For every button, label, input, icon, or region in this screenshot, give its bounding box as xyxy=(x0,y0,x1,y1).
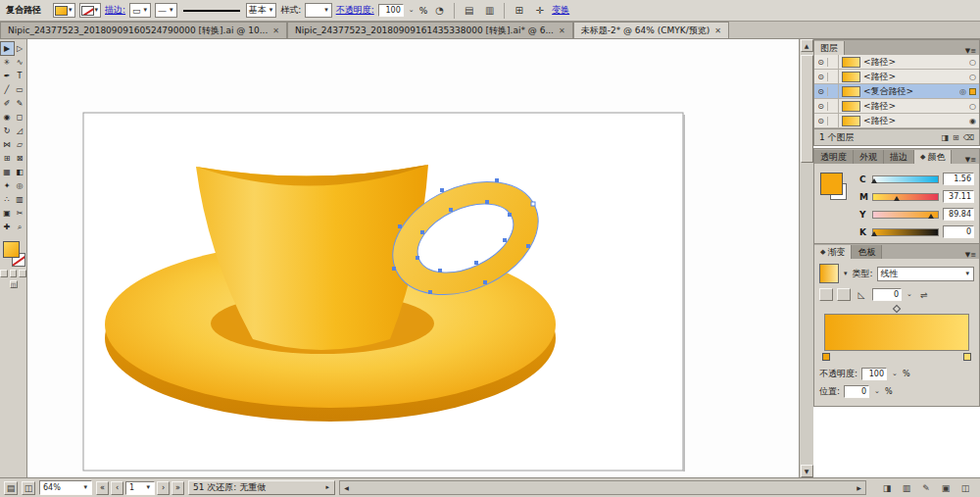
scroll-right-icon[interactable]: ▶ xyxy=(853,481,865,494)
color-mode-button[interactable] xyxy=(0,270,8,277)
horizontal-scroll-thumb[interactable] xyxy=(355,481,443,494)
screen-mode-b-icon[interactable]: ◫ xyxy=(22,481,35,495)
panel-menu-icon[interactable]: ▼≡ xyxy=(962,47,979,55)
artboard-number-select[interactable]: 1▾ xyxy=(125,481,155,495)
blob-brush-tool[interactable]: ◉ xyxy=(1,111,14,124)
zoom-select[interactable]: 64%▾ xyxy=(39,480,92,495)
make-mask-icon[interactable]: ◨ xyxy=(941,133,949,142)
magenta-value-input[interactable]: 37.11 xyxy=(943,190,974,203)
dock-panel-3-icon[interactable]: ✎ xyxy=(919,481,933,495)
recolor-artwork-icon[interactable]: ◔ xyxy=(431,3,448,19)
gradient-position-input[interactable]: 0 xyxy=(844,385,869,398)
document-tab-2[interactable]: Nipic_24377523_20180909161435338000 [转换]… xyxy=(287,22,573,38)
first-artboard-icon[interactable]: « xyxy=(96,481,109,495)
gradient-stop-right[interactable] xyxy=(963,353,971,361)
last-artboard-icon[interactable]: » xyxy=(172,481,184,495)
fill-gradient-icon[interactable] xyxy=(819,288,833,301)
reverse-gradient-icon[interactable]: ⇌ xyxy=(917,288,931,301)
angle-input[interactable]: 0 xyxy=(872,288,902,301)
opacity-link[interactable]: 不透明度: xyxy=(336,4,374,17)
fill-swatch-icon[interactable] xyxy=(820,173,843,195)
close-icon[interactable]: ✕ xyxy=(559,26,565,35)
tab-color[interactable]: ◆颜色 xyxy=(914,150,952,164)
selection-tool[interactable]: ▶ xyxy=(1,42,14,55)
delete-layer-icon[interactable]: ⌫ xyxy=(963,133,974,142)
target-icon[interactable]: ○ xyxy=(966,73,979,81)
chevron-down-icon[interactable]: ▾ xyxy=(68,7,74,14)
scale-tool[interactable]: ◿ xyxy=(14,124,26,137)
free-transform-tool[interactable]: ▱ xyxy=(14,138,26,151)
gradient-midpoint-marker[interactable] xyxy=(893,305,901,313)
layer-row[interactable]: ⊙ <路径> ○ xyxy=(814,55,979,70)
none-mode-button[interactable] xyxy=(19,270,26,277)
grid-icon[interactable]: ⊞ xyxy=(511,3,527,19)
gradient-bar[interactable] xyxy=(824,314,969,351)
distribute-icon[interactable]: ▥ xyxy=(481,3,498,19)
brush-select[interactable]: 基本▾ xyxy=(246,3,277,18)
layer-name[interactable]: <路径> xyxy=(863,100,966,113)
direct-selection-tool[interactable]: ▷ xyxy=(14,42,26,55)
gradient-type-select[interactable]: 线性▾ xyxy=(877,267,974,281)
next-artboard-icon[interactable]: › xyxy=(157,481,170,495)
pencil-tool[interactable]: ✎ xyxy=(14,97,26,110)
cyan-value-input[interactable]: 1.56 xyxy=(943,173,974,185)
chevron-down-icon[interactable]: ⌄ xyxy=(873,388,881,395)
gradient-thumbnail[interactable] xyxy=(819,264,839,283)
screen-mode-a-icon[interactable]: ▤ xyxy=(4,481,18,495)
gradient-tool[interactable]: ◧ xyxy=(14,166,26,178)
eyedropper-tool[interactable]: ✦ xyxy=(1,179,14,192)
scroll-down-icon[interactable]: ▼ xyxy=(801,465,813,477)
fill-swatch-icon[interactable] xyxy=(3,241,20,258)
tab-layers[interactable]: 图层 xyxy=(814,41,845,55)
lock-cell[interactable] xyxy=(828,84,839,98)
hand-tool[interactable]: ✚ xyxy=(1,221,14,233)
screen-mode-icon[interactable]: ◫ xyxy=(10,280,18,288)
layer-name[interactable]: <路径> xyxy=(863,56,966,69)
eye-icon[interactable]: ⊙ xyxy=(814,117,828,125)
transform-link[interactable]: 变换 xyxy=(552,4,569,17)
chevron-down-icon[interactable]: ▾ xyxy=(94,7,100,14)
pen-tool[interactable]: ✒ xyxy=(1,70,14,82)
black-slider[interactable] xyxy=(872,228,939,236)
layer-row[interactable]: ⊙ <路径> ○ xyxy=(814,99,979,114)
blend-tool[interactable]: ◎ xyxy=(14,179,26,192)
layer-row[interactable]: ⊙ <路径> ◉ xyxy=(814,114,979,128)
document-tab-3-active[interactable]: 未标题-2* @ 64% (CMYK/预览) ✕ xyxy=(573,22,729,38)
gradient-stop-left[interactable] xyxy=(822,353,830,361)
cyan-slider[interactable] xyxy=(872,175,939,183)
stroke-color-swatch[interactable]: ▾ xyxy=(79,3,102,18)
layer-name[interactable]: <路径> xyxy=(863,71,966,83)
eraser-tool[interactable]: ◻ xyxy=(14,111,26,124)
eye-icon[interactable]: ⊙ xyxy=(814,73,828,81)
previous-artboard-icon[interactable]: ‹ xyxy=(111,481,123,495)
perspective-grid-tool[interactable]: ⊠ xyxy=(14,152,26,165)
reference-point-icon[interactable]: ✛ xyxy=(531,3,548,19)
lock-cell[interactable] xyxy=(828,114,839,127)
target-selected-icon[interactable]: ◎ xyxy=(956,87,969,96)
tab-stroke[interactable]: 描边 xyxy=(884,150,914,164)
column-graph-tool[interactable]: ▥ xyxy=(14,193,26,206)
panel-menu-icon[interactable]: ▼≡ xyxy=(962,251,979,259)
zoom-tool[interactable]: ⌕ xyxy=(14,221,26,233)
slice-tool[interactable]: ✂ xyxy=(14,207,26,220)
rotate-tool[interactable]: ↻ xyxy=(1,124,14,137)
gradient-opacity-input[interactable]: 100 xyxy=(861,368,887,380)
chevron-down-icon[interactable]: ⌄ xyxy=(906,291,913,298)
target-icon[interactable]: ○ xyxy=(966,58,979,67)
eye-icon[interactable]: ⊙ xyxy=(814,102,828,111)
dock-panel-5-icon[interactable]: ◫ xyxy=(958,481,972,495)
width-profile-select[interactable]: —▾ xyxy=(155,3,177,18)
tab-swatches[interactable]: 色板 xyxy=(852,245,882,259)
artboard-tool[interactable]: ▣ xyxy=(1,207,14,220)
close-icon[interactable]: ✕ xyxy=(714,26,721,35)
target-filled-icon[interactable]: ◉ xyxy=(966,117,979,125)
eye-icon[interactable]: ⊙ xyxy=(814,87,828,96)
dock-panel-2-icon[interactable]: ▥ xyxy=(900,481,913,495)
close-icon[interactable]: ✕ xyxy=(272,26,279,35)
black-value-input[interactable]: 0 xyxy=(943,225,974,238)
magenta-slider[interactable] xyxy=(872,193,939,201)
width-tool[interactable]: ⋈ xyxy=(1,138,14,151)
stroke-link[interactable]: 描边: xyxy=(105,4,125,17)
chevron-down-icon[interactable]: ▾ xyxy=(843,271,849,277)
tab-transparency[interactable]: 透明度 xyxy=(814,150,854,164)
